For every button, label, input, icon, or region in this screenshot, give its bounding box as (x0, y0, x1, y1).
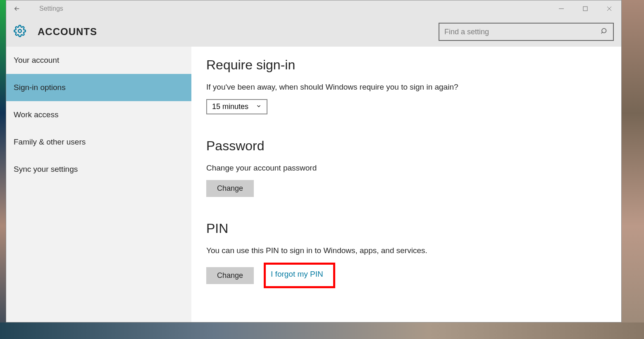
close-icon (606, 6, 612, 12)
pin-description: You can use this PIN to sign in to Windo… (206, 246, 621, 255)
window-controls (549, 0, 621, 17)
sidebar-item-sign-in-options[interactable]: Sign-in options (6, 74, 191, 101)
password-heading: Password (206, 138, 621, 154)
content-area: Your account Sign-in options Work access… (6, 47, 621, 322)
search-icon (601, 27, 608, 36)
minimize-icon (558, 6, 564, 12)
back-button[interactable] (10, 1, 24, 16)
sidebar: Your account Sign-in options Work access… (6, 47, 191, 322)
main-panel: Require sign-in If you've been away, whe… (191, 47, 621, 322)
sidebar-item-family-other-users[interactable]: Family & other users (6, 128, 191, 156)
require-signin-heading: Require sign-in (206, 57, 621, 73)
desktop-background-right (622, 0, 644, 339)
search-input[interactable] (444, 28, 601, 36)
sidebar-item-sync-your-settings[interactable]: Sync your settings (6, 156, 191, 183)
svg-line-6 (601, 32, 603, 33)
svg-point-4 (18, 29, 21, 33)
arrow-left-icon (13, 5, 21, 12)
password-description: Change your account password (206, 164, 621, 173)
chevron-down-icon (256, 102, 262, 111)
pin-heading: PIN (206, 221, 621, 236)
svg-point-5 (602, 28, 606, 33)
page-title: ACCOUNTS (38, 26, 97, 38)
gear-icon (14, 25, 26, 39)
desktop-background-bottom (0, 322, 644, 339)
annotation-highlight: I forgot my PIN (264, 263, 335, 288)
forgot-pin-link[interactable]: I forgot my PIN (271, 270, 323, 279)
minimize-button[interactable] (549, 0, 573, 17)
titlebar: Settings (6, 0, 621, 17)
sidebar-item-your-account[interactable]: Your account (6, 47, 191, 74)
svg-rect-1 (583, 7, 587, 11)
sidebar-item-work-access[interactable]: Work access (6, 101, 191, 128)
desktop-background-left (0, 0, 6, 339)
close-button[interactable] (597, 0, 621, 17)
require-signin-description: If you've been away, when should Windows… (206, 83, 621, 92)
window-title: Settings (39, 5, 63, 12)
maximize-button[interactable] (573, 0, 597, 17)
settings-window: Settings ACCOUNTS (6, 0, 622, 322)
require-signin-dropdown[interactable]: 15 minutes (206, 99, 267, 114)
pin-actions-row: Change I forgot my PIN (206, 263, 621, 288)
search-box[interactable] (439, 23, 614, 41)
pin-change-button[interactable]: Change (206, 267, 254, 284)
require-signin-dropdown-value: 15 minutes (212, 102, 248, 111)
maximize-icon (583, 6, 588, 11)
password-change-button[interactable]: Change (206, 180, 254, 197)
header: ACCOUNTS (6, 17, 621, 47)
